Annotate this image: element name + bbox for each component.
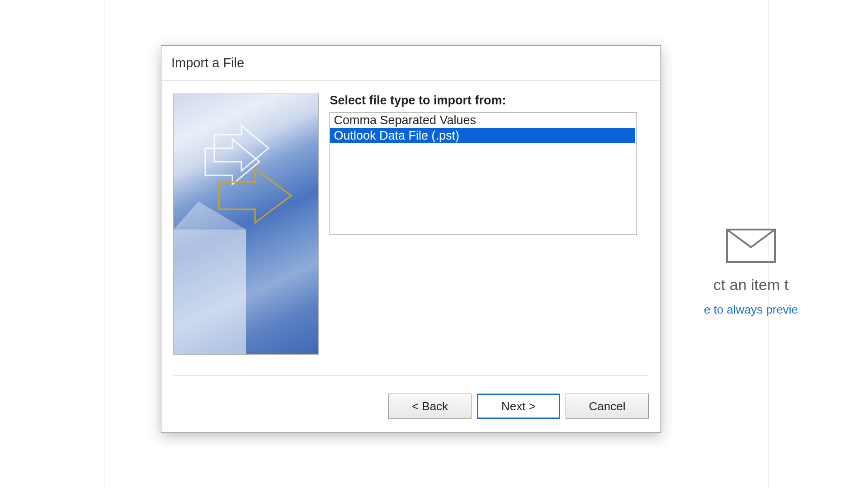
dialog-titlebar: Import a File [161, 46, 660, 81]
list-item[interactable]: Outlook Data File (.pst) [330, 128, 635, 143]
wizard-graphic [173, 94, 319, 355]
svg-marker-5 [174, 202, 246, 230]
select-file-type-label: Select file type to import from: [330, 94, 637, 108]
preview-placeholder-link[interactable]: e to always previe [670, 303, 832, 317]
reading-pane-background: ct an item t e to always previe Import a… [118, 11, 755, 483]
file-type-section: Select file type to import from: Comma S… [330, 94, 637, 235]
cancel-button[interactable]: Cancel [566, 394, 649, 419]
wizard-page-shape-icon [174, 94, 319, 355]
svg-marker-4 [174, 230, 246, 355]
reading-pane-placeholder: ct an item t e to always previe [670, 228, 832, 317]
dialog-body: Select file type to import from: Comma S… [161, 81, 660, 370]
dialog-separator [173, 375, 649, 376]
list-item[interactable]: Comma Separated Values [330, 113, 637, 128]
app-window: ct an item t e to always previe Import a… [104, 0, 769, 488]
file-type-listbox[interactable]: Comma Separated Values Outlook Data File… [330, 112, 637, 235]
envelope-icon [726, 228, 776, 263]
dialog-button-row: < Back Next > Cancel [388, 394, 649, 419]
back-button[interactable]: < Back [388, 394, 472, 419]
dialog-title: Import a File [171, 56, 244, 70]
next-button[interactable]: Next > [477, 394, 560, 419]
import-file-dialog: Import a File [161, 45, 661, 433]
preview-placeholder-text: ct an item t [670, 276, 832, 294]
